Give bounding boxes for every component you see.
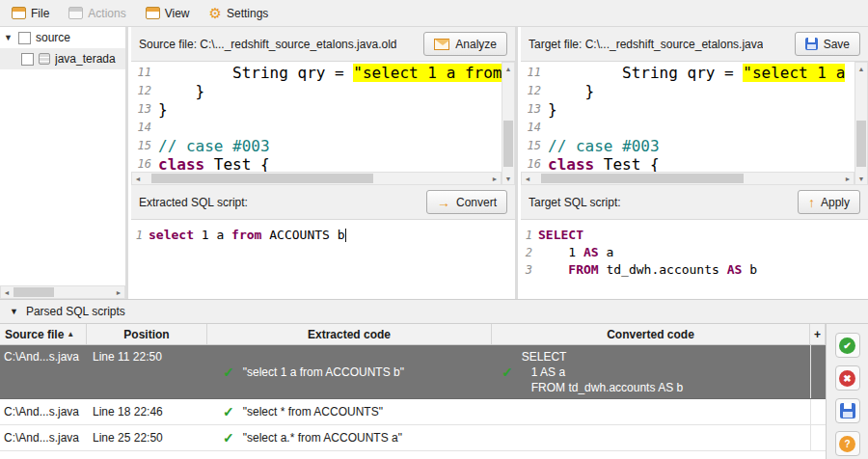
extracted-sql-label: Extracted SQL script: — [139, 196, 248, 209]
code-line: 12 } — [521, 82, 854, 100]
code-text: } — [548, 82, 594, 100]
accept-check-icon: ✔ — [839, 338, 855, 354]
scroll-right-icon[interactable]: ► — [489, 173, 501, 184]
scrollbar-thumb[interactable] — [541, 174, 744, 183]
scroll-down-icon[interactable]: ▼ — [855, 173, 867, 184]
scrollbar-thumb[interactable] — [503, 121, 513, 167]
reject-cross-icon: ✖ — [839, 370, 855, 387]
tree-item-source[interactable]: ▼ source — [0, 27, 125, 48]
menu-settings[interactable]: ⚙ Settings — [203, 4, 279, 23]
save-button-label: Save — [824, 38, 850, 51]
column-header-converted-code[interactable]: Converted code — [492, 324, 810, 344]
code-text: // case #003 — [158, 137, 270, 155]
menu-file[interactable]: File — [6, 4, 59, 23]
source-file-label: Source file: C:\..._redshift_source_etal… — [139, 38, 396, 51]
scroll-up-icon[interactable]: ▲ — [502, 63, 514, 74]
code-line: 3 FROM td_dwh.accounts AS b — [521, 261, 868, 279]
parsed-scripts-panel-header[interactable]: ▼ Parsed SQL scripts — [0, 299, 868, 324]
code-line: 16class Test { — [131, 155, 502, 172]
app-window: File Actions View ⚙ Settings ▼ source ja… — [0, 0, 868, 459]
table-row[interactable]: C:\And...s.javaLine 25 22:50✓"select a.*… — [0, 425, 826, 451]
code-text: FROM td_dwh.accounts AS b — [538, 261, 757, 279]
analyze-button[interactable]: Analyze — [423, 32, 507, 56]
source-code-editor[interactable]: 11 String qry = "select 1 a from12 }13}1… — [131, 62, 502, 172]
target-pane: Target file: C:\..._redshift_source_etal… — [521, 27, 868, 299]
convert-button-label: Convert — [456, 196, 497, 209]
code-line: 14 — [131, 119, 502, 137]
code-text: class Test { — [548, 155, 660, 172]
tree-item-java-file-label: java_terada — [55, 52, 116, 66]
cell-source-file: C:\And...s.java — [0, 425, 87, 450]
save-results-button[interactable] — [835, 398, 860, 423]
column-chooser-button[interactable]: + — [810, 324, 826, 344]
java-file-checkbox[interactable] — [21, 53, 34, 66]
column-header-position[interactable]: Position — [87, 324, 207, 344]
target-code-editor[interactable]: 11 String qry = "select 1 a12 }13}1415//… — [521, 62, 854, 172]
check-icon: ✓ — [223, 404, 234, 419]
reject-button[interactable]: ✖ — [835, 365, 860, 391]
target-sql-header: Target SQL script: ↑ Apply — [521, 185, 868, 220]
cell-position: Line 11 22:50 — [87, 345, 207, 398]
target-editor-horizontal-scrollbar[interactable]: ◄ ► — [521, 172, 854, 185]
apply-button[interactable]: ↑ Apply — [798, 190, 860, 214]
parsed-scripts-title: Parsed SQL scripts — [26, 305, 125, 318]
collapse-triangle-icon[interactable]: ▼ — [10, 307, 18, 316]
sidebar-horizontal-scrollbar[interactable]: ◄ ► — [0, 285, 125, 299]
line-number: 12 — [521, 82, 548, 100]
cell-position: Line 18 22:46 — [87, 399, 207, 424]
check-icon: ✓ — [223, 364, 234, 380]
line-number: 11 — [131, 64, 158, 82]
cell-position: Line 25 22:50 — [87, 425, 207, 450]
convert-button[interactable]: → Convert — [426, 190, 507, 214]
code-line: 1SELECT — [521, 227, 868, 244]
menu-settings-label: Settings — [227, 7, 268, 20]
code-line: 15// case #003 — [131, 137, 502, 155]
scrollbar-thumb[interactable] — [856, 121, 866, 167]
scroll-right-icon[interactable]: ► — [113, 286, 124, 298]
target-editor-vertical-scrollbar[interactable]: ▲ ▼ — [854, 62, 868, 185]
scroll-down-icon[interactable]: ▼ — [502, 173, 514, 184]
source-editor-vertical-scrollbar[interactable]: ▲ ▼ — [502, 62, 515, 185]
line-number: 13 — [131, 100, 158, 119]
cell-converted-code — [492, 425, 810, 450]
code-text: 1 AS a — [538, 244, 613, 261]
menu-view[interactable]: View — [140, 4, 200, 23]
check-icon: ✓ — [223, 430, 234, 446]
extracted-sql-header: Extracted SQL script: → Convert — [131, 185, 515, 220]
cell-source-file: C:\And...s.java — [0, 399, 87, 424]
tree-expander-icon[interactable]: ▼ — [4, 33, 14, 42]
scroll-left-icon[interactable]: ◄ — [522, 173, 533, 184]
source-pane: Source file: C:\..._redshift_source_etal… — [131, 27, 518, 299]
target-sql-editor[interactable]: 1SELECT2 1 AS a3 FROM td_dwh.accounts AS… — [521, 220, 868, 299]
scroll-left-icon[interactable]: ◄ — [132, 173, 144, 184]
accept-button[interactable]: ✔ — [835, 333, 860, 358]
cell-source-file: C:\And...s.java — [0, 345, 87, 398]
code-text: class Test { — [158, 155, 270, 172]
line-number: 14 — [521, 119, 548, 137]
help-icon: ? — [839, 436, 855, 452]
scrollbar-thumb[interactable] — [151, 174, 373, 183]
help-button[interactable]: ? — [835, 431, 860, 456]
actions-menu-icon — [68, 7, 83, 19]
scroll-left-icon[interactable]: ◄ — [1, 286, 13, 298]
code-line: 13} — [521, 100, 854, 119]
cell-converted-code — [492, 399, 810, 424]
file-tree-sidebar: ▼ source java_terada ◄ ► — [0, 27, 128, 299]
target-file-label: Target file: C:\..._redshift_source_etal… — [529, 38, 763, 51]
table-row[interactable]: C:\And...s.javaLine 18 22:46✓"select * f… — [0, 399, 826, 425]
code-text: } — [158, 82, 204, 100]
line-number: 15 — [521, 137, 548, 155]
column-header-source-file[interactable]: Source file▲ — [0, 324, 87, 344]
save-button[interactable]: Save — [795, 32, 860, 56]
column-header-extracted-code[interactable]: Extracted code — [207, 324, 492, 344]
scrollbar-thumb[interactable] — [14, 287, 54, 297]
extracted-sql-editor[interactable]: 1select 1 a from ACCOUNTS b — [131, 220, 515, 299]
scroll-right-icon[interactable]: ► — [842, 173, 854, 184]
scroll-up-icon[interactable]: ▲ — [855, 63, 867, 74]
tree-item-java-file[interactable]: java_terada — [0, 48, 125, 69]
source-editor-horizontal-scrollbar[interactable]: ◄ ► — [131, 172, 502, 185]
source-folder-checkbox[interactable] — [18, 32, 31, 44]
code-text: SELECT — [538, 227, 583, 244]
table-row[interactable]: C:\And...s.javaLine 11 22:50✓"select 1 a… — [0, 345, 826, 399]
menu-file-label: File — [31, 7, 49, 20]
